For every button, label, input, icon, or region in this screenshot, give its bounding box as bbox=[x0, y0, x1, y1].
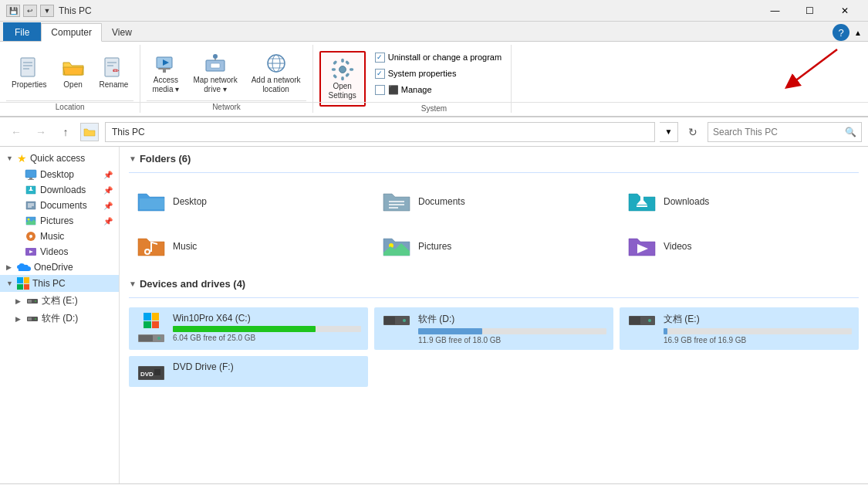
customize-icon[interactable]: ▼ bbox=[40, 5, 54, 17]
access-media-icon bbox=[154, 51, 178, 76]
uninstall-checkbox[interactable]: ✓ bbox=[375, 53, 385, 63]
folder-item-videos[interactable]: Videos bbox=[620, 227, 859, 266]
drive-item-d[interactable]: 软件 (D:) 11.9 GB free of 18.0 GB bbox=[374, 307, 613, 350]
up-button[interactable]: ↑ bbox=[56, 122, 76, 142]
svg-point-69 bbox=[403, 319, 406, 322]
open-button[interactable]: Open bbox=[56, 53, 91, 93]
maximize-button[interactable]: ☐ bbox=[792, 0, 827, 22]
dvd-icon: DVD bbox=[137, 361, 165, 382]
drives-section-header[interactable]: ▼ Devices and drives (4) bbox=[129, 278, 859, 290]
sidebar-item-ddrive[interactable]: ▶ 软件 (D:) bbox=[0, 310, 119, 327]
arrow-annotation bbox=[698, 42, 868, 111]
sidebar-item-pictures[interactable]: Pictures 📌 bbox=[0, 213, 119, 229]
properties-button[interactable]: Properties bbox=[6, 53, 52, 93]
svg-rect-2 bbox=[21, 58, 35, 76]
sidebar-item-videos[interactable]: Videos bbox=[0, 244, 119, 259]
manage-checkbox[interactable] bbox=[375, 85, 385, 95]
map-network-drive-button[interactable]: Map networkdrive ▾ bbox=[187, 48, 242, 97]
access-media-button[interactable]: Accessmedia ▾ bbox=[147, 48, 184, 97]
drive-item-dvd[interactable]: DVD DVD Drive (F:) bbox=[129, 356, 368, 387]
svg-text:♪: ♪ bbox=[29, 235, 32, 239]
svg-rect-34 bbox=[28, 179, 34, 180]
tab-computer[interactable]: Computer bbox=[41, 23, 102, 42]
folder-item-downloads[interactable]: Downloads bbox=[620, 182, 859, 221]
pictures-folder-icon bbox=[381, 232, 412, 260]
e-drive-disk-icon bbox=[628, 313, 656, 328]
ribbon-section-system: OpenSettings ✓ Uninstall or change a pro… bbox=[313, 45, 512, 113]
system-section-label: System bbox=[0, 102, 868, 113]
add-network-location-button[interactable]: Add a networklocation bbox=[246, 48, 306, 97]
e-drive-name: 文档 (E:) bbox=[664, 313, 852, 326]
svg-rect-47 bbox=[28, 300, 32, 303]
folder-item-desktop[interactable]: Desktop bbox=[129, 182, 368, 221]
d-drive-info: 软件 (D:) 11.9 GB free of 18.0 GB bbox=[418, 313, 606, 344]
e-drive-bar-fill bbox=[664, 328, 667, 334]
downloads-sidebar-label: Downloads bbox=[40, 185, 86, 195]
undo-icon[interactable]: ↩ bbox=[23, 5, 37, 17]
drive-item-e[interactable]: 文档 (E:) 16.9 GB free of 16.9 GB bbox=[620, 307, 859, 350]
pictures-folder-label: Pictures bbox=[418, 241, 451, 252]
folder-item-music[interactable]: Music bbox=[129, 227, 368, 266]
properties-icon bbox=[17, 56, 42, 80]
system-properties-checkbox[interactable]: ✓ bbox=[375, 69, 385, 79]
c-drive-disk-icon bbox=[137, 331, 165, 344]
minimize-button[interactable]: — bbox=[758, 0, 792, 22]
help-button[interactable]: ? bbox=[833, 24, 849, 41]
open-icon bbox=[61, 56, 86, 80]
open-settings-button[interactable]: OpenSettings bbox=[319, 51, 366, 107]
svg-point-66 bbox=[157, 337, 160, 340]
c-drive-bar-fill bbox=[173, 326, 316, 332]
svg-point-23 bbox=[339, 66, 346, 73]
folder-item-pictures[interactable]: Pictures bbox=[374, 227, 613, 266]
search-input[interactable] bbox=[713, 127, 845, 137]
close-button[interactable]: ✕ bbox=[827, 0, 862, 22]
folders-section-header[interactable]: ▼ Folders (6) bbox=[129, 153, 859, 164]
sidebar-item-edrive[interactable]: ▶ 文档 (E:) bbox=[0, 292, 119, 310]
properties-label: Properties bbox=[12, 80, 47, 90]
svg-rect-52 bbox=[140, 198, 164, 209]
drive-item-c[interactable]: Win10Pro X64 (C:) 6.04 GB free of 25.0 G… bbox=[129, 307, 368, 350]
forward-button[interactable]: → bbox=[31, 122, 51, 142]
videos-sidebar-label: Videos bbox=[40, 246, 68, 257]
refresh-button[interactable]: ↻ bbox=[683, 122, 703, 142]
desktop-folder-icon bbox=[136, 188, 167, 215]
collapse-ribbon-button[interactable]: ▲ bbox=[854, 29, 862, 37]
manage-label: ⬛ Manage bbox=[388, 85, 432, 95]
sidebar-item-documents[interactable]: Documents 📌 bbox=[0, 198, 119, 213]
e-drive-size: 16.9 GB free of 16.9 GB bbox=[664, 336, 852, 344]
address-path[interactable]: This PC bbox=[105, 122, 655, 142]
manage-checkbox-item[interactable]: ⬛ Manage bbox=[372, 83, 505, 97]
c-drive-windows-icon bbox=[144, 313, 159, 328]
music-folder-icon bbox=[136, 232, 167, 260]
address-dropdown[interactable]: ▼ bbox=[660, 122, 678, 142]
sidebar-item-quick-access[interactable]: ▼ ★ Quick access bbox=[0, 150, 119, 167]
sidebar-item-music[interactable]: ♪ Music bbox=[0, 229, 119, 244]
svg-rect-27 bbox=[350, 68, 353, 71]
system-properties-checkbox-item[interactable]: ✓ System properties bbox=[372, 67, 505, 80]
expand-arrow-quick-access: ▼ bbox=[6, 154, 14, 162]
rename-button[interactable]: ✏ Rename bbox=[94, 53, 134, 93]
svg-rect-58 bbox=[637, 205, 647, 207]
sidebar-item-desktop[interactable]: Desktop 📌 bbox=[0, 167, 119, 182]
tab-view[interactable]: View bbox=[102, 22, 142, 41]
folder-item-documents[interactable]: Documents bbox=[374, 182, 613, 221]
desktop-label: Desktop bbox=[40, 169, 74, 180]
sidebar-item-downloads[interactable]: Downloads 📌 bbox=[0, 182, 119, 198]
save-icon[interactable]: 💾 bbox=[6, 5, 20, 17]
quick-access-toolbar: 💾 ↩ ▼ bbox=[6, 5, 54, 17]
sidebar-item-this-pc[interactable]: ▼ This PC bbox=[0, 275, 119, 292]
svg-text:✏: ✏ bbox=[113, 66, 120, 75]
edrive-icon bbox=[26, 297, 39, 306]
drives-divider bbox=[129, 297, 859, 298]
sidebar-item-onedrive[interactable]: ▶ OneDrive bbox=[0, 259, 119, 275]
sidebar: ▼ ★ Quick access Desktop 📌 Downloads 📌 D… bbox=[0, 147, 120, 483]
e-drive-icon-container bbox=[627, 313, 657, 328]
ribbon-section-location-content: Properties Open ✏ Rename bbox=[6, 46, 133, 99]
tab-file[interactable]: File bbox=[3, 22, 41, 41]
videos-sidebar-icon bbox=[25, 246, 37, 257]
rename-icon: ✏ bbox=[101, 56, 126, 80]
pin-icon-desktop: 📌 bbox=[103, 171, 113, 179]
uninstall-checkbox-item[interactable]: ✓ Uninstall or change a program bbox=[372, 51, 505, 64]
downloads-folder-label: Downloads bbox=[664, 196, 709, 207]
back-button[interactable]: ← bbox=[6, 122, 26, 142]
